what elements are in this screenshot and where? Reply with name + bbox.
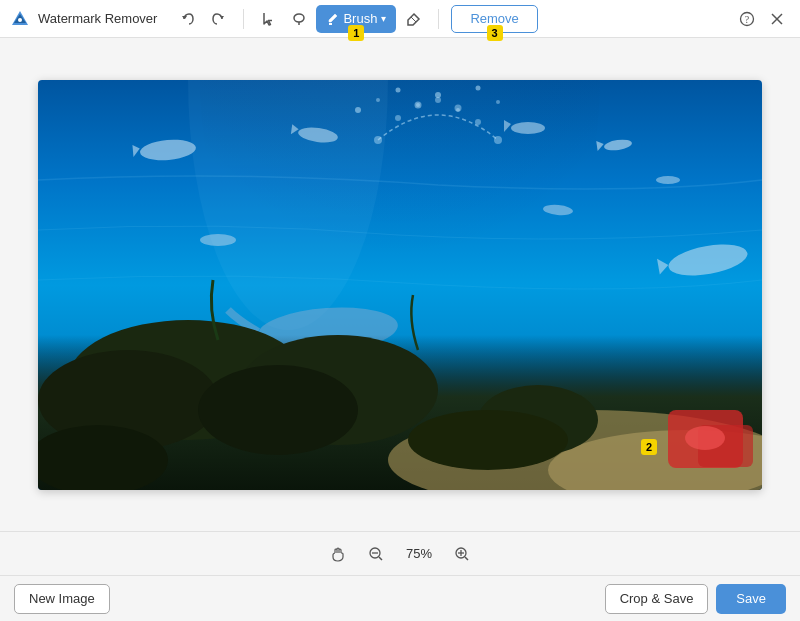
- svg-point-2: [18, 18, 22, 22]
- svg-point-55: [408, 410, 568, 470]
- svg-point-23: [476, 85, 481, 90]
- main-content: 2 75%: [0, 38, 800, 575]
- svg-line-60: [379, 557, 382, 560]
- svg-point-18: [376, 98, 380, 102]
- app-title: Watermark Remover: [38, 11, 157, 26]
- brush-chevron: ▾: [381, 13, 386, 24]
- erase-tool-button[interactable]: [400, 6, 426, 32]
- zoom-out-button[interactable]: [363, 541, 389, 567]
- brush-tool-wrapper: Brush ▾ 1: [316, 5, 396, 33]
- footer-right-buttons: Crop & Save Save: [605, 584, 786, 614]
- svg-marker-4: [220, 16, 224, 19]
- svg-point-58: [685, 426, 725, 450]
- app-logo: [10, 9, 30, 29]
- svg-point-29: [455, 104, 462, 111]
- svg-point-5: [294, 14, 304, 22]
- lasso-tool-button[interactable]: [286, 6, 312, 32]
- badge-1: 1: [348, 25, 364, 41]
- title-bar: Watermark Remover: [0, 0, 800, 38]
- footer: New Image Crop & Save Save: [0, 575, 800, 621]
- hand-tool-button[interactable]: [325, 541, 351, 567]
- zoom-in-button[interactable]: [449, 541, 475, 567]
- svg-point-24: [496, 100, 500, 104]
- new-image-button[interactable]: New Image: [14, 584, 110, 614]
- underwater-scene: [38, 80, 762, 490]
- divider-2: [438, 9, 439, 29]
- svg-point-25: [374, 136, 382, 144]
- svg-point-43: [200, 234, 236, 246]
- close-button[interactable]: [764, 6, 790, 32]
- redo-button[interactable]: [205, 6, 231, 32]
- save-button[interactable]: Save: [716, 584, 786, 614]
- window-controls: ?: [734, 6, 790, 32]
- zoom-level: 75%: [401, 546, 437, 561]
- svg-point-26: [395, 115, 401, 121]
- svg-point-36: [511, 122, 545, 134]
- svg-line-9: [411, 17, 416, 22]
- svg-line-63: [465, 557, 468, 560]
- svg-point-17: [355, 107, 361, 113]
- selection-tool-button[interactable]: [256, 6, 282, 32]
- badge-2: 2: [641, 439, 657, 455]
- remove-btn-wrapper: Remove 3: [451, 5, 537, 33]
- undo-button[interactable]: [175, 6, 201, 32]
- divider-1: [243, 9, 244, 29]
- svg-point-19: [396, 87, 401, 92]
- svg-point-45: [656, 176, 680, 184]
- svg-point-31: [494, 136, 502, 144]
- help-button[interactable]: ?: [734, 6, 760, 32]
- bottom-toolbar: 75%: [0, 531, 800, 575]
- canvas-area: 2: [0, 38, 800, 531]
- svg-point-28: [435, 97, 441, 103]
- svg-point-27: [415, 101, 422, 108]
- tool-section: Brush ▾ 1: [256, 5, 426, 33]
- svg-point-30: [475, 119, 481, 125]
- svg-point-50: [198, 365, 358, 455]
- undo-redo-controls: [175, 6, 231, 32]
- image-container: 2: [38, 80, 762, 490]
- crop-save-button[interactable]: Crop & Save: [605, 584, 709, 614]
- svg-text:?: ?: [745, 14, 750, 25]
- badge-3: 3: [487, 25, 503, 41]
